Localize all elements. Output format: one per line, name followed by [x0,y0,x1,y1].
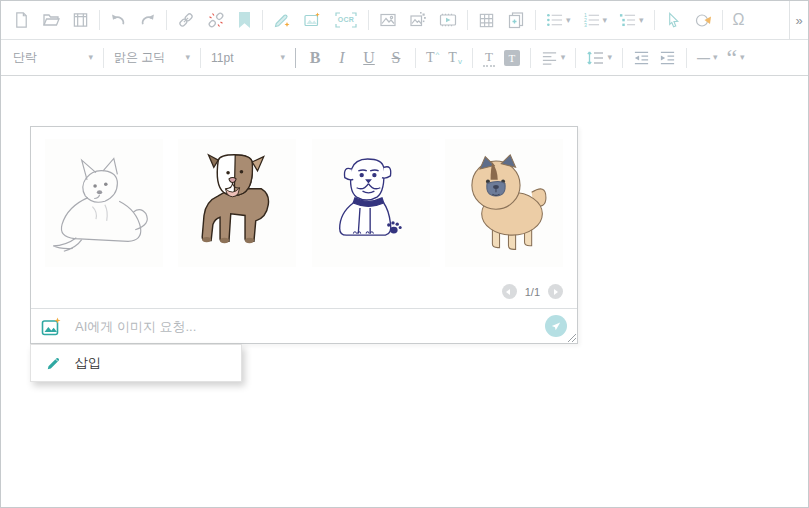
horizontal-line-button[interactable]: — ▾ [697,50,718,65]
bold-button[interactable]: B [306,49,324,67]
ai-pencil-icon [273,11,291,29]
unlink-icon [207,11,225,29]
ai-write-button[interactable] [273,11,291,29]
editor-window: OCR [0,0,809,508]
chevron-down-icon: ▾ [280,53,285,62]
generated-image-chow-chow[interactable] [445,139,563,267]
font-family-select[interactable]: 맑은 고딕 ▾ [114,49,190,66]
open-file-button[interactable] [42,11,60,29]
line-height-icon [586,50,604,66]
ocr-button[interactable]: OCR [334,11,358,29]
send-prompt-button[interactable] [545,315,567,337]
bullet-list-icon [546,12,563,28]
ai-prompt-row [31,308,577,343]
add-page-icon [507,11,525,29]
cursor-icon [665,11,682,29]
sketch-puppy-image [46,147,162,259]
ai-image-button[interactable] [303,11,322,29]
link-button[interactable] [177,11,195,29]
redo-button[interactable] [139,12,156,29]
insert-image-button[interactable] [379,11,397,29]
chow-chow-image [446,147,562,259]
unlink-button[interactable] [207,11,225,29]
menu-item-insert[interactable]: 삽입 [31,345,241,381]
ai-prompt-input[interactable] [73,318,535,335]
highlight-color-button[interactable]: T [504,50,520,66]
editor-canvas[interactable]: 1/1 삽입 [1,76,808,506]
underline-button[interactable]: U [360,49,378,67]
outdent-icon [633,50,650,66]
page-template-button[interactable] [72,11,89,29]
table-icon [478,12,495,29]
ai-image-prompt-icon [41,317,63,336]
line-height-button[interactable]: ▾ [586,50,612,66]
bookmark-icon [237,11,252,29]
edit-image-button[interactable] [409,11,427,29]
generated-image-sketch-puppy[interactable] [45,139,163,267]
align-button[interactable]: ▾ [541,50,566,66]
redo-icon [139,12,156,29]
caret-up-icon: ^ [436,50,440,59]
align-icon [541,50,558,66]
expand-icon: » [795,13,802,28]
quote-icon: “ [726,51,737,65]
page-template-icon [72,11,89,29]
insert-page-button[interactable] [507,11,525,29]
video-icon [439,11,457,29]
numbered-list-button[interactable]: 123 ▾ [583,12,608,28]
numbered-list-icon: 123 [583,12,600,28]
font-size-select[interactable]: 11pt ▾ [211,51,285,65]
font-family-value: 맑은 고딕 [114,49,165,66]
ai-image-panel: 1/1 [30,126,578,344]
insert-table-button[interactable] [478,12,495,29]
font-size-value: 11pt [211,51,233,65]
select-cursor-button[interactable] [665,11,682,29]
chevron-down-icon: ▾ [88,53,93,62]
special-character-button[interactable]: Ω [733,12,745,28]
chevron-down-icon: ▾ [639,16,644,25]
strikethrough-button[interactable]: S [387,49,405,67]
caret-down-icon: v [458,57,462,66]
chevron-down-icon: ▾ [713,53,718,62]
insert-shape-button[interactable] [694,11,712,29]
undo-button[interactable] [110,12,127,29]
image-pagination: 1/1 [31,276,577,309]
bookmark-button[interactable] [237,11,252,29]
page-indicator: 1/1 [525,286,540,298]
expand-toolbar-button[interactable]: » [789,1,808,40]
new-document-button[interactable] [13,11,30,29]
generated-images-row [31,127,577,276]
outdent-button[interactable] [633,50,650,66]
generated-image-bulldog-lineart[interactable] [312,139,430,267]
ai-image-icon [303,11,322,29]
shape-icon [694,11,712,29]
blockquote-button[interactable]: “ ▾ [726,51,744,65]
indent-button[interactable] [659,50,676,66]
subscript-button[interactable]: T v [448,50,462,66]
image-context-menu: 삽입 [30,344,242,382]
bullet-list-button[interactable]: ▾ [546,12,571,28]
generated-image-pitbull-puppy[interactable] [178,139,296,267]
toolbar-format: 단락 ▾ 맑은 고딕 ▾ 11pt ▾ B I U S [1,40,808,76]
font-color-button[interactable]: T [483,49,495,67]
bulldog-lineart-image [316,149,426,257]
paragraph-style-select[interactable]: 단락 ▾ [13,49,93,66]
chevron-down-icon: ▾ [566,16,571,25]
svg-text:3: 3 [583,22,586,28]
chevron-down-icon: ▾ [740,53,745,62]
send-icon [550,320,562,332]
link-icon [177,11,195,29]
resize-handle[interactable] [566,332,577,343]
superscript-button[interactable]: T ^ [426,50,439,66]
photo-edit-icon [409,11,427,29]
ocr-icon: OCR [334,11,358,29]
outline-list-button[interactable]: ▾ [619,12,644,28]
indent-icon [659,50,676,66]
insert-video-button[interactable] [439,11,457,29]
new-document-icon [13,11,30,29]
horizontal-line-icon: — [697,50,710,65]
chevron-down-icon: ▾ [185,53,190,62]
prev-page-button[interactable] [502,284,517,299]
italic-button[interactable]: I [333,49,351,67]
next-page-button[interactable] [548,284,563,299]
